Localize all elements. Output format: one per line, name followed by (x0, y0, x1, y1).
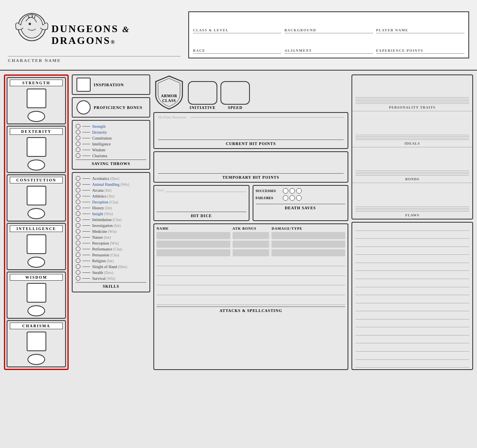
successes-row: SUCCESSES (256, 188, 346, 194)
skill-circle-13[interactable] (76, 252, 80, 257)
saving-throws-list: Strength Dexterity Constitution Intellig… (76, 124, 146, 158)
attack-1-bonus[interactable] (233, 232, 269, 239)
skill-circle-3[interactable] (76, 194, 80, 198)
skill-circle-15[interactable] (76, 264, 80, 269)
intelligence-block: INTELLIGENCE (7, 223, 66, 270)
attack-3-name[interactable] (157, 249, 230, 256)
proficiency-bonus-input[interactable] (76, 100, 91, 114)
failures-label: FAILURES (256, 196, 281, 200)
attack-2-bonus[interactable] (233, 241, 269, 248)
attack-1-name[interactable] (157, 232, 230, 239)
initiative-value[interactable] (188, 81, 217, 105)
hit-dice-value[interactable] (157, 193, 246, 209)
skill-line-13 (82, 255, 90, 255)
strength-score[interactable] (27, 89, 46, 108)
charisma-score[interactable] (27, 332, 46, 351)
player-name-field[interactable]: PLAYER NAME (376, 16, 464, 33)
temp-hp-label: TEMPORARY HIT POINTS (158, 173, 344, 180)
armor-class-shield[interactable]: ARMOR CLASS (153, 74, 185, 110)
skill-circle-14[interactable] (76, 258, 80, 263)
charisma-modifier[interactable] (27, 354, 45, 365)
experience-points-field[interactable]: EXPERIENCE POINTS (376, 36, 464, 54)
saving-throw-line-4 (82, 150, 90, 150)
attacks-header: NAME ATK BONUS DAMAGE/TYPE (157, 227, 345, 230)
speed-value[interactable] (220, 81, 250, 105)
dexterity-label: DEXTERITY (10, 128, 63, 135)
hit-dice-label: HIT DICE (157, 212, 246, 218)
skill-circle-0[interactable] (76, 176, 80, 181)
skill-name-4: Deception (Cha) (92, 200, 118, 204)
temp-hp-value[interactable] (158, 154, 344, 170)
success-circle-1[interactable] (283, 188, 288, 194)
saving-throw-circle-1[interactable] (76, 130, 80, 134)
notes-box[interactable] (351, 222, 473, 370)
dexterity-modifier[interactable] (27, 160, 45, 170)
saving-throw-name-4: Wisdom (92, 148, 106, 152)
attack-3-damage[interactable] (271, 249, 345, 256)
failure-circles (283, 195, 302, 201)
failure-circle-3[interactable] (296, 195, 302, 201)
skill-circle-11[interactable] (76, 241, 80, 245)
failure-circle-1[interactable] (283, 195, 288, 201)
constitution-block: CONSTITUTION (7, 174, 66, 221)
bonds-section: BONDS (352, 147, 472, 183)
strength-label: STRENGTH (10, 80, 63, 86)
skill-circle-4[interactable] (76, 200, 80, 204)
saving-throw-circle-5[interactable] (76, 153, 80, 158)
saving-throw-circle-2[interactable] (76, 136, 80, 140)
intelligence-score[interactable] (27, 234, 46, 254)
skill-name-5: History (Int) (92, 206, 112, 210)
skills-title: SKILLS (76, 282, 146, 288)
failure-circle-2[interactable] (289, 195, 295, 201)
inspiration-input[interactable] (76, 78, 91, 92)
skill-circle-6[interactable] (76, 211, 80, 216)
skill-circle-1[interactable] (76, 182, 80, 187)
skill-circle-9[interactable] (76, 229, 80, 234)
skill-row-15: Sleight of Hand (Dex) (76, 264, 146, 269)
skill-row-13: Persuasion (Cha) (76, 252, 146, 257)
saving-throw-name-5: Charisma (92, 154, 107, 158)
skill-row-7: Intimidation (Cha) (76, 217, 146, 222)
inspiration-box: INSPIRATION (72, 74, 150, 95)
skill-circle-5[interactable] (76, 205, 80, 210)
attack-1-damage[interactable] (271, 232, 345, 239)
constitution-label: CONSTITUTION (10, 177, 63, 183)
saving-throw-row-3: Intelligence (76, 141, 146, 146)
attack-2-damage[interactable] (271, 241, 345, 248)
wisdom-modifier[interactable] (27, 305, 45, 316)
skill-circle-8[interactable] (76, 223, 80, 228)
skill-circle-17[interactable] (76, 276, 80, 281)
skill-circle-10[interactable] (76, 235, 80, 239)
attack-3-bonus[interactable] (233, 249, 269, 256)
skill-circle-16[interactable] (76, 270, 80, 275)
attack-2-name[interactable] (157, 241, 230, 248)
saving-throw-circle-0[interactable] (76, 124, 80, 129)
skill-circle-2[interactable] (76, 188, 80, 192)
spellcasting-notes[interactable] (157, 258, 345, 305)
alignment-field[interactable]: ALIGNMENT (284, 36, 373, 54)
dexterity-score[interactable] (27, 137, 46, 157)
success-circle-3[interactable] (296, 188, 302, 194)
personality-traits-label: PERSONALITY TRAITS (355, 105, 469, 109)
constitution-score[interactable] (27, 186, 46, 205)
skill-circle-7[interactable] (76, 217, 80, 222)
skill-circle-12[interactable] (76, 247, 80, 251)
constitution-modifier[interactable] (27, 208, 45, 219)
race-field[interactable]: RACE (193, 36, 281, 54)
class-level-field[interactable]: CLASS & LEVEL (193, 16, 281, 33)
success-circle-2[interactable] (289, 188, 295, 194)
skill-line-3 (82, 196, 90, 196)
skill-row-8: Investigation (Int) (76, 223, 146, 228)
strength-modifier[interactable] (27, 111, 45, 122)
saving-throw-circle-4[interactable] (76, 147, 80, 152)
ideals-label: IDEALS (355, 141, 469, 145)
skill-name-12: Performance (Cha) (92, 247, 122, 251)
current-hp-value[interactable] (158, 121, 344, 136)
saving-throw-circle-3[interactable] (76, 141, 80, 146)
character-name-field[interactable]: CHARACTER NAME (8, 56, 180, 63)
background-field[interactable]: BACKGROUND (284, 16, 373, 33)
intelligence-modifier[interactable] (27, 257, 45, 268)
skill-line-9 (82, 231, 90, 232)
skill-line-12 (82, 249, 90, 249)
wisdom-score[interactable] (27, 283, 46, 303)
